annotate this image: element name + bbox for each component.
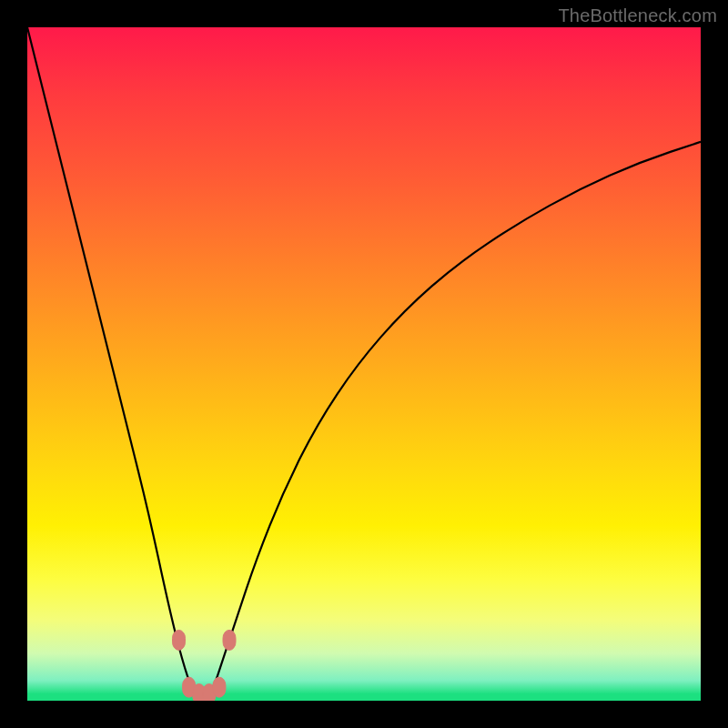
marker-group (173, 630, 237, 701)
curve-marker (173, 630, 186, 650)
curve-marker (223, 630, 236, 650)
curve-marker (213, 677, 226, 697)
bottleneck-curve (27, 27, 701, 698)
chart-wrapper: TheBottleneck.com (0, 0, 728, 728)
watermark-text: TheBottleneck.com (558, 5, 717, 26)
plot-area (27, 27, 701, 701)
curve-svg (27, 27, 701, 701)
